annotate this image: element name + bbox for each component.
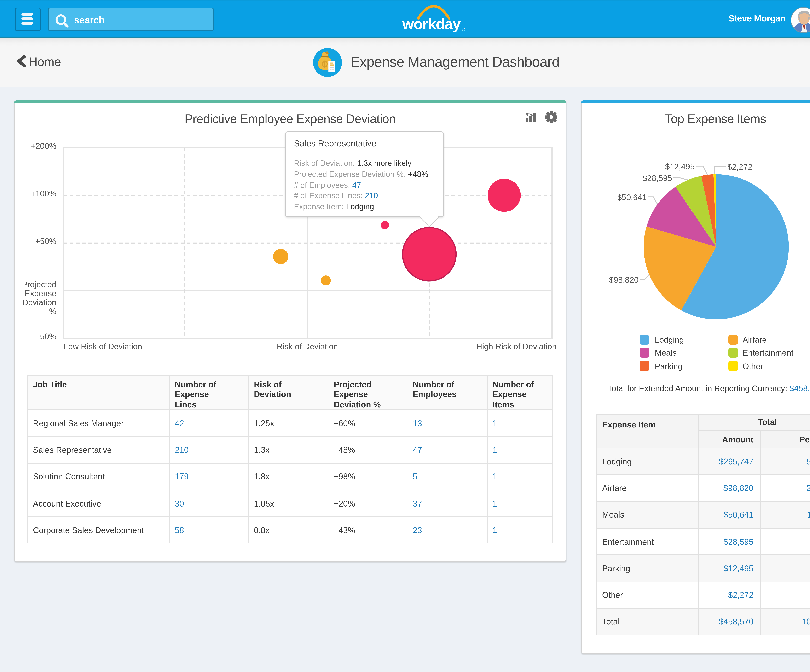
svg-text:®: ® xyxy=(462,27,465,32)
svg-text:Deviation: Deviation xyxy=(22,298,56,307)
svg-text:$50,641: $50,641 xyxy=(617,193,647,202)
svg-text:Expense: Expense xyxy=(24,289,56,298)
svg-text:Risk of Deviation: Risk of Deviation xyxy=(277,342,338,351)
svg-text:$12,495: $12,495 xyxy=(665,162,695,171)
svg-text:+50%: +50% xyxy=(35,237,56,246)
svg-text:$28,595: $28,595 xyxy=(643,174,672,183)
svg-text:workday: workday xyxy=(402,16,461,32)
svg-text:+100%: +100% xyxy=(30,189,56,198)
svg-text:Low Risk of Deviation: Low Risk of Deviation xyxy=(63,342,142,351)
svg-text:$2,272: $2,272 xyxy=(727,162,752,172)
svg-text:High Risk of Deviation: High Risk of Deviation xyxy=(476,342,556,351)
svg-text:$98,820: $98,820 xyxy=(609,275,639,285)
svg-text:Projected: Projected xyxy=(22,280,56,289)
svg-text:+200%: +200% xyxy=(30,141,56,151)
svg-text:-50%: -50% xyxy=(37,332,56,341)
svg-text:%: % xyxy=(49,307,56,316)
